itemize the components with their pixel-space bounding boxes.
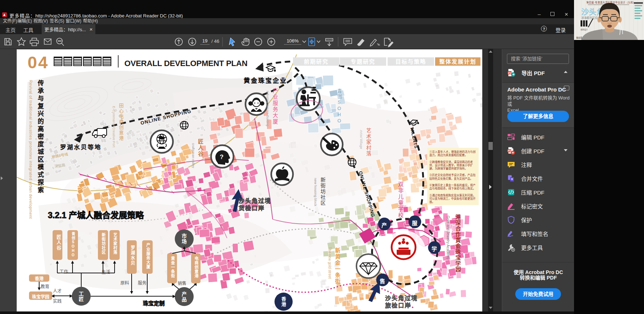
svg-text:?: ? — [220, 154, 223, 160]
svg-text:魏春雨: 魏春雨 — [576, 36, 582, 39]
svg-text:规划设计: 规划设计 — [581, 28, 588, 31]
